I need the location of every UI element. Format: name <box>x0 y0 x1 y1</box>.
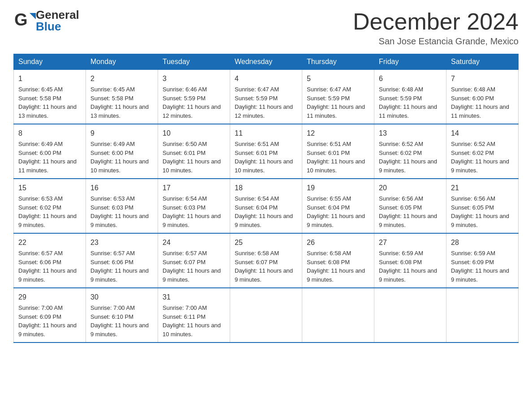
day-number: 18 <box>235 183 297 193</box>
calendar-subtitle: San Jose Estancia Grande, Mexico <box>353 36 519 47</box>
calendar-cell: 25 Sunrise: 6:58 AMSunset: 6:07 PMDaylig… <box>230 233 302 288</box>
day-info: Sunrise: 6:47 AMSunset: 5:59 PMDaylight:… <box>235 86 293 119</box>
day-info: Sunrise: 6:59 AMSunset: 6:08 PMDaylight:… <box>379 250 437 283</box>
day-number: 14 <box>451 128 514 139</box>
day-info: Sunrise: 6:48 AMSunset: 5:59 PMDaylight:… <box>379 86 437 119</box>
col-friday: Friday <box>374 54 446 70</box>
day-number: 19 <box>307 183 369 193</box>
day-info: Sunrise: 6:51 AMSunset: 6:01 PMDaylight:… <box>307 141 365 174</box>
day-info: Sunrise: 6:54 AMSunset: 6:03 PMDaylight:… <box>163 195 221 228</box>
calendar-title: December 2024 <box>353 9 519 34</box>
day-info: Sunrise: 6:56 AMSunset: 6:05 PMDaylight:… <box>451 195 509 228</box>
calendar-cell: 29 Sunrise: 7:00 AMSunset: 6:09 PMDaylig… <box>14 288 86 342</box>
day-info: Sunrise: 6:58 AMSunset: 6:08 PMDaylight:… <box>307 250 365 283</box>
col-sunday: Sunday <box>14 54 86 70</box>
calendar-cell: 21 Sunrise: 6:56 AMSunset: 6:05 PMDaylig… <box>446 179 519 233</box>
day-info: Sunrise: 6:45 AMSunset: 5:58 PMDaylight:… <box>18 86 77 119</box>
calendar-cell: 28 Sunrise: 6:59 AMSunset: 6:09 PMDaylig… <box>446 233 519 288</box>
col-monday: Monday <box>86 54 158 70</box>
calendar-header: Sunday Monday Tuesday Wednesday Thursday… <box>14 54 519 70</box>
calendar-cell: 2 Sunrise: 6:45 AMSunset: 5:58 PMDayligh… <box>86 70 158 124</box>
day-number: 9 <box>90 128 153 139</box>
calendar-cell: 7 Sunrise: 6:48 AMSunset: 6:00 PMDayligh… <box>446 70 519 124</box>
day-info: Sunrise: 6:57 AMSunset: 6:06 PMDaylight:… <box>90 250 149 283</box>
calendar-table: Sunday Monday Tuesday Wednesday Thursday… <box>13 54 519 343</box>
logo-blue-text: Blue <box>36 20 61 33</box>
day-number: 3 <box>163 73 225 84</box>
day-number: 17 <box>163 183 225 193</box>
day-info: Sunrise: 7:00 AMSunset: 6:11 PMDaylight:… <box>163 304 221 338</box>
col-tuesday: Tuesday <box>158 54 230 70</box>
day-number: 13 <box>379 128 442 139</box>
day-number: 31 <box>163 292 225 303</box>
calendar-cell <box>374 288 446 342</box>
logo-icon: G <box>13 9 36 32</box>
col-wednesday: Wednesday <box>230 54 302 70</box>
calendar-cell: 1 Sunrise: 6:45 AMSunset: 5:58 PMDayligh… <box>14 70 86 124</box>
day-number: 25 <box>235 237 297 248</box>
calendar-body: 1 Sunrise: 6:45 AMSunset: 5:58 PMDayligh… <box>14 70 519 343</box>
day-number: 26 <box>307 237 369 248</box>
day-number: 16 <box>90 183 153 193</box>
day-number: 22 <box>18 237 81 248</box>
calendar-cell: 8 Sunrise: 6:49 AMSunset: 6:00 PMDayligh… <box>14 124 86 179</box>
day-info: Sunrise: 6:53 AMSunset: 6:02 PMDaylight:… <box>18 195 77 228</box>
calendar-cell: 17 Sunrise: 6:54 AMSunset: 6:03 PMDaylig… <box>158 179 230 233</box>
title-section: December 2024 San Jose Estancia Grande, … <box>353 9 519 47</box>
calendar-cell: 15 Sunrise: 6:53 AMSunset: 6:02 PMDaylig… <box>14 179 86 233</box>
day-info: Sunrise: 6:47 AMSunset: 5:59 PMDaylight:… <box>307 86 365 119</box>
day-info: Sunrise: 6:45 AMSunset: 5:58 PMDaylight:… <box>90 86 149 119</box>
day-number: 27 <box>379 237 442 248</box>
day-info: Sunrise: 6:46 AMSunset: 5:59 PMDaylight:… <box>163 86 221 119</box>
calendar-cell: 16 Sunrise: 6:53 AMSunset: 6:03 PMDaylig… <box>86 179 158 233</box>
day-number: 7 <box>451 73 514 84</box>
calendar-cell: 20 Sunrise: 6:56 AMSunset: 6:05 PMDaylig… <box>374 179 446 233</box>
day-info: Sunrise: 6:51 AMSunset: 6:01 PMDaylight:… <box>235 141 293 174</box>
calendar-cell: 5 Sunrise: 6:47 AMSunset: 5:59 PMDayligh… <box>302 70 374 124</box>
calendar-cell: 3 Sunrise: 6:46 AMSunset: 5:59 PMDayligh… <box>158 70 230 124</box>
day-info: Sunrise: 6:57 AMSunset: 6:06 PMDaylight:… <box>18 250 77 283</box>
day-number: 2 <box>90 73 153 84</box>
calendar-cell: 14 Sunrise: 6:52 AMSunset: 6:02 PMDaylig… <box>446 124 519 179</box>
calendar-cell: 13 Sunrise: 6:52 AMSunset: 6:02 PMDaylig… <box>374 124 446 179</box>
col-saturday: Saturday <box>446 54 519 70</box>
svg-text:G: G <box>14 10 28 29</box>
day-number: 1 <box>18 73 81 84</box>
calendar-cell <box>302 288 374 342</box>
calendar-cell <box>230 288 302 342</box>
day-info: Sunrise: 6:48 AMSunset: 6:00 PMDaylight:… <box>451 86 509 119</box>
day-info: Sunrise: 6:53 AMSunset: 6:03 PMDaylight:… <box>90 195 149 228</box>
calendar-cell: 31 Sunrise: 7:00 AMSunset: 6:11 PMDaylig… <box>158 288 230 342</box>
calendar-cell: 27 Sunrise: 6:59 AMSunset: 6:08 PMDaylig… <box>374 233 446 288</box>
day-number: 10 <box>163 128 225 139</box>
day-info: Sunrise: 6:49 AMSunset: 6:00 PMDaylight:… <box>90 141 149 174</box>
day-number: 30 <box>90 292 153 303</box>
day-number: 20 <box>379 183 442 193</box>
calendar-cell: 19 Sunrise: 6:55 AMSunset: 6:04 PMDaylig… <box>302 179 374 233</box>
day-info: Sunrise: 6:50 AMSunset: 6:01 PMDaylight:… <box>163 141 221 174</box>
day-number: 8 <box>18 128 81 139</box>
logo: G General Blue <box>13 9 79 32</box>
day-info: Sunrise: 7:00 AMSunset: 6:10 PMDaylight:… <box>90 304 149 338</box>
calendar-cell: 10 Sunrise: 6:50 AMSunset: 6:01 PMDaylig… <box>158 124 230 179</box>
day-info: Sunrise: 6:57 AMSunset: 6:07 PMDaylight:… <box>163 250 221 283</box>
calendar-cell: 11 Sunrise: 6:51 AMSunset: 6:01 PMDaylig… <box>230 124 302 179</box>
day-number: 4 <box>235 73 297 84</box>
day-number: 12 <box>307 128 369 139</box>
calendar-cell: 24 Sunrise: 6:57 AMSunset: 6:07 PMDaylig… <box>158 233 230 288</box>
day-number: 21 <box>451 183 514 193</box>
calendar-cell: 9 Sunrise: 6:49 AMSunset: 6:00 PMDayligh… <box>86 124 158 179</box>
calendar-cell: 12 Sunrise: 6:51 AMSunset: 6:01 PMDaylig… <box>302 124 374 179</box>
calendar-cell: 6 Sunrise: 6:48 AMSunset: 5:59 PMDayligh… <box>374 70 446 124</box>
day-info: Sunrise: 6:58 AMSunset: 6:07 PMDaylight:… <box>235 250 293 283</box>
day-info: Sunrise: 6:52 AMSunset: 6:02 PMDaylight:… <box>451 141 509 174</box>
calendar-cell <box>446 288 519 342</box>
day-number: 28 <box>451 237 514 248</box>
svg-marker-1 <box>30 13 36 19</box>
calendar-cell: 30 Sunrise: 7:00 AMSunset: 6:10 PMDaylig… <box>86 288 158 342</box>
page-header: G General Blue December 2024 San Jose Es… <box>13 9 519 47</box>
day-number: 5 <box>307 73 369 84</box>
day-number: 29 <box>18 292 81 303</box>
day-info: Sunrise: 6:56 AMSunset: 6:05 PMDaylight:… <box>379 195 437 228</box>
day-info: Sunrise: 6:59 AMSunset: 6:09 PMDaylight:… <box>451 250 509 283</box>
